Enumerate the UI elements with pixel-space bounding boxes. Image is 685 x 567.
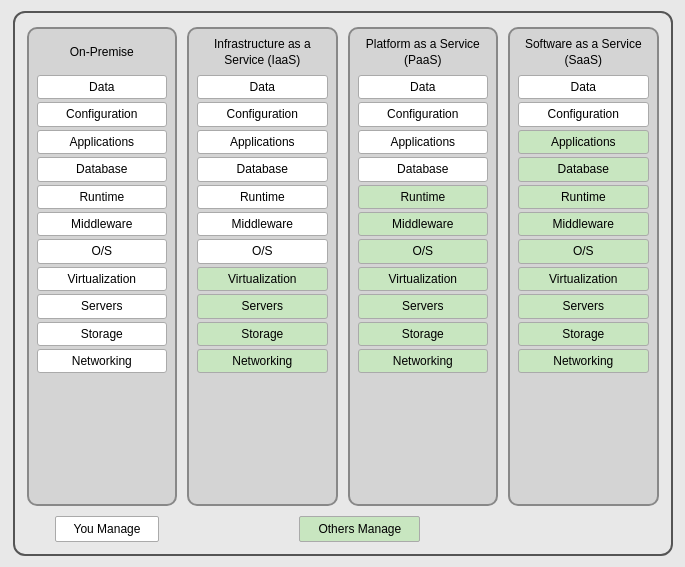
item-saas-data: Data <box>518 75 649 99</box>
item-iaas-servers: Servers <box>197 294 328 318</box>
column-title-on-premise: On-Premise <box>70 37 134 69</box>
column-saas: Software as a Service (SaaS)DataConfigur… <box>508 27 659 506</box>
item-paas-servers: Servers <box>358 294 489 318</box>
item-saas-storage: Storage <box>518 322 649 346</box>
column-title-paas: Platform as a Service (PaaS) <box>358 37 489 69</box>
item-on-premise-database: Database <box>37 157 168 181</box>
item-iaas-applications: Applications <box>197 130 328 154</box>
item-saas-virtualization: Virtualization <box>518 267 649 291</box>
item-iaas-runtime: Runtime <box>197 185 328 209</box>
item-iaas-database: Database <box>197 157 328 181</box>
item-on-premise-data: Data <box>37 75 168 99</box>
item-paas-data: Data <box>358 75 489 99</box>
item-saas-applications: Applications <box>518 130 649 154</box>
column-title-iaas: Infrastructure as a Service (IaaS) <box>197 37 328 69</box>
item-paas-storage: Storage <box>358 322 489 346</box>
item-on-premise-middleware: Middleware <box>37 212 168 236</box>
column-title-saas: Software as a Service (SaaS) <box>518 37 649 69</box>
item-on-premise-servers: Servers <box>37 294 168 318</box>
item-iaas-data: Data <box>197 75 328 99</box>
item-on-premise-runtime: Runtime <box>37 185 168 209</box>
item-on-premise-virtualization: Virtualization <box>37 267 168 291</box>
item-saas-servers: Servers <box>518 294 649 318</box>
item-saas-middleware: Middleware <box>518 212 649 236</box>
item-iaas-configuration: Configuration <box>197 102 328 126</box>
item-paas-networking: Networking <box>358 349 489 373</box>
item-iaas-o-s: O/S <box>197 239 328 263</box>
item-saas-o-s: O/S <box>518 239 649 263</box>
item-on-premise-configuration: Configuration <box>37 102 168 126</box>
item-saas-configuration: Configuration <box>518 102 649 126</box>
item-paas-runtime: Runtime <box>358 185 489 209</box>
item-paas-middleware: Middleware <box>358 212 489 236</box>
items-list-paas: DataConfigurationApplicationsDatabaseRun… <box>358 75 489 373</box>
items-list-on-premise: DataConfigurationApplicationsDatabaseRun… <box>37 75 168 373</box>
item-paas-o-s: O/S <box>358 239 489 263</box>
items-list-saas: DataConfigurationApplicationsDatabaseRun… <box>518 75 649 373</box>
others-manage-legend: Others Manage <box>299 516 420 542</box>
items-list-iaas: DataConfigurationApplicationsDatabaseRun… <box>197 75 328 373</box>
item-paas-database: Database <box>358 157 489 181</box>
item-saas-database: Database <box>518 157 649 181</box>
column-on-premise: On-PremiseDataConfigurationApplicationsD… <box>27 27 178 506</box>
item-paas-virtualization: Virtualization <box>358 267 489 291</box>
item-on-premise-o-s: O/S <box>37 239 168 263</box>
diagram-container: On-PremiseDataConfigurationApplicationsD… <box>13 11 673 556</box>
legend-row: You Manage Others Manage <box>27 516 659 542</box>
item-saas-runtime: Runtime <box>518 185 649 209</box>
you-manage-legend: You Manage <box>55 516 160 542</box>
item-on-premise-storage: Storage <box>37 322 168 346</box>
item-iaas-virtualization: Virtualization <box>197 267 328 291</box>
item-iaas-networking: Networking <box>197 349 328 373</box>
item-saas-networking: Networking <box>518 349 649 373</box>
item-on-premise-networking: Networking <box>37 349 168 373</box>
item-iaas-storage: Storage <box>197 322 328 346</box>
item-paas-configuration: Configuration <box>358 102 489 126</box>
column-paas: Platform as a Service (PaaS)DataConfigur… <box>348 27 499 506</box>
item-paas-applications: Applications <box>358 130 489 154</box>
item-iaas-middleware: Middleware <box>197 212 328 236</box>
column-iaas: Infrastructure as a Service (IaaS)DataCo… <box>187 27 338 506</box>
columns-row: On-PremiseDataConfigurationApplicationsD… <box>27 27 659 506</box>
item-on-premise-applications: Applications <box>37 130 168 154</box>
